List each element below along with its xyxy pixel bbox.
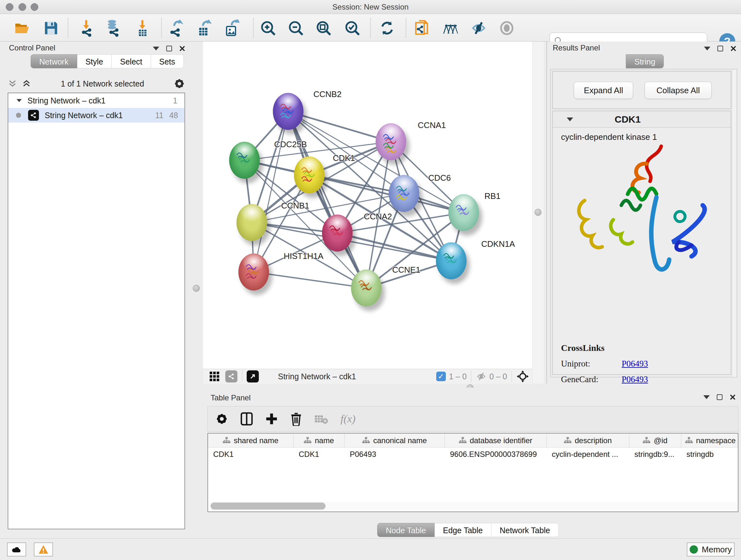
column-header-database-identifier[interactable]: database identifier xyxy=(445,434,547,447)
add-column-icon[interactable] xyxy=(265,413,278,425)
delete-table-icon[interactable] xyxy=(314,413,328,425)
tree-expand-icon[interactable] xyxy=(17,99,22,102)
column-header-name[interactable]: name xyxy=(293,434,345,447)
tab-string[interactable]: String xyxy=(626,54,664,68)
panel-float-icon[interactable] xyxy=(166,46,172,51)
panel-float-icon[interactable] xyxy=(718,46,723,51)
function-builder-icon[interactable]: f(x) xyxy=(340,413,355,425)
panel-collapse-icon[interactable] xyxy=(153,47,159,51)
left-splitter-handle[interactable] xyxy=(193,285,200,292)
crosslink-link[interactable]: P06493 xyxy=(622,359,648,369)
open-in-new-window-icon[interactable] xyxy=(247,370,259,382)
panel-float-icon[interactable] xyxy=(717,394,723,400)
table-cell[interactable]: stringdb:9... xyxy=(629,448,681,462)
network-node-ccna2[interactable] xyxy=(322,214,353,252)
tab-edge-table[interactable]: Edge Table xyxy=(434,523,491,537)
selected-checkbox-icon[interactable]: ✓ xyxy=(436,372,446,381)
import-database-icon[interactable] xyxy=(104,20,121,37)
panel-close-icon[interactable] xyxy=(179,45,185,52)
node-table[interactable]: shared namenamecanonical namedatabase id… xyxy=(207,433,738,512)
show-eye-icon[interactable] xyxy=(498,20,515,37)
warning-button[interactable] xyxy=(34,543,53,557)
results-scrollbar[interactable] xyxy=(732,70,736,377)
collapse-all-icon[interactable] xyxy=(8,79,17,88)
network-collection-row[interactable]: String Network – cdk1 1 xyxy=(8,93,185,108)
import-table-icon[interactable] xyxy=(134,20,151,37)
table-hscrollbar[interactable] xyxy=(209,502,737,510)
delete-column-icon[interactable] xyxy=(290,412,302,426)
tab-style[interactable]: Style xyxy=(77,54,112,68)
table-cell[interactable]: cyclin-dependent ... xyxy=(547,448,629,462)
panel-collapse-icon[interactable] xyxy=(704,47,711,51)
column-header-shared-name[interactable]: shared name xyxy=(208,434,293,447)
tab-select[interactable]: Select xyxy=(112,54,151,68)
network-node-ccna1[interactable] xyxy=(376,123,406,160)
crosslink-link[interactable]: P06493 xyxy=(622,374,648,384)
table-panel-title: Table Panel xyxy=(211,393,251,402)
open-folder-icon[interactable] xyxy=(14,20,30,37)
network-node-cdc6[interactable] xyxy=(389,175,419,212)
cloud-button[interactable] xyxy=(7,543,26,557)
zoom-fit-icon[interactable] xyxy=(315,20,332,37)
table-row[interactable]: CDK1CDK1P064939606.ENSP00000378699cyclin… xyxy=(208,448,738,462)
copy-style-icon[interactable] xyxy=(414,20,430,37)
panel-collapse-icon[interactable] xyxy=(703,395,710,399)
table-cell[interactable]: CDK1 xyxy=(293,448,345,462)
tab-network-table[interactable]: Network Table xyxy=(491,523,559,537)
network-options-gear-icon[interactable] xyxy=(174,78,185,89)
network-node-rb1[interactable] xyxy=(448,194,479,231)
table-hscroll-thumb[interactable] xyxy=(211,503,326,509)
show-columns-icon[interactable] xyxy=(240,412,253,426)
network-node-ccnb2[interactable] xyxy=(273,93,304,130)
network-view-title: String Network – cdk1 xyxy=(278,372,356,381)
network-node-hist1h1a[interactable] xyxy=(239,253,269,291)
hide-eye-icon[interactable] xyxy=(470,20,487,37)
birds-eye-view-icon[interactable] xyxy=(516,370,529,383)
network-row-selected[interactable]: String Network – cdk1 11 48 xyxy=(8,108,185,123)
zoom-out-icon[interactable] xyxy=(287,20,304,37)
table-cell[interactable]: P06493 xyxy=(345,448,445,462)
expand-all-button[interactable]: Expand All xyxy=(574,82,633,99)
network-view-icon[interactable] xyxy=(225,370,238,382)
collapse-all-button[interactable]: Collapse All xyxy=(645,82,712,99)
tab-sets[interactable]: Sets xyxy=(151,54,184,68)
network-node-cdk1[interactable] xyxy=(294,157,325,193)
gene-collapse-icon[interactable] xyxy=(567,118,573,121)
string-network-icon xyxy=(28,110,39,121)
save-icon[interactable] xyxy=(43,20,59,37)
zoom-selected-icon[interactable] xyxy=(344,20,360,37)
zoom-in-icon[interactable] xyxy=(260,20,276,37)
right-splitter-handle[interactable] xyxy=(535,209,542,216)
table-cell[interactable]: CDK1 xyxy=(208,448,293,462)
tab-node-table[interactable]: Node Table xyxy=(377,523,434,537)
memory-button[interactable]: Memory xyxy=(687,543,735,557)
first-neighbors-icon[interactable] xyxy=(443,20,459,37)
panel-close-icon[interactable] xyxy=(730,394,736,400)
refresh-icon[interactable] xyxy=(379,20,395,37)
gene-header[interactable]: CDK1 xyxy=(553,111,731,128)
warning-icon xyxy=(38,545,49,554)
network-node-ccne1[interactable] xyxy=(351,269,382,307)
export-network-icon[interactable] xyxy=(168,20,185,37)
control-panel-title: Control Panel xyxy=(9,44,55,52)
export-image-icon[interactable] xyxy=(223,20,240,37)
grid-view-icon[interactable] xyxy=(209,371,220,382)
cytoscape-window: Session: New Session xyxy=(0,0,741,560)
expand-all-icon[interactable] xyxy=(22,79,31,88)
column-header-namespace[interactable]: namespace xyxy=(681,434,738,447)
panel-close-icon[interactable] xyxy=(730,45,737,52)
column-header-canonical-name[interactable]: canonical name xyxy=(345,434,445,447)
export-table-icon[interactable] xyxy=(195,20,212,37)
control-panel: Control Panel NetworkStyleSelectSets 1 o… xyxy=(3,42,189,537)
network-canvas[interactable]: CCNB2CCNA1CDC25BCDK1CDC6RB1CCNB1CCNA2CDK… xyxy=(203,42,532,369)
network-node-cdc25b[interactable] xyxy=(229,142,260,179)
table-options-gear-icon[interactable] xyxy=(215,413,228,425)
import-network-icon[interactable] xyxy=(78,20,94,37)
network-node-cdkn1a[interactable] xyxy=(436,242,467,279)
table-cell[interactable]: 9606.ENSP00000378699 xyxy=(445,448,547,462)
tab-network[interactable]: Network xyxy=(30,54,77,68)
table-cell[interactable]: stringdb xyxy=(681,448,738,462)
network-node-ccnb1[interactable] xyxy=(237,204,267,241)
column-header-@id[interactable]: @id xyxy=(629,434,681,447)
column-header-description[interactable]: description xyxy=(547,434,629,447)
